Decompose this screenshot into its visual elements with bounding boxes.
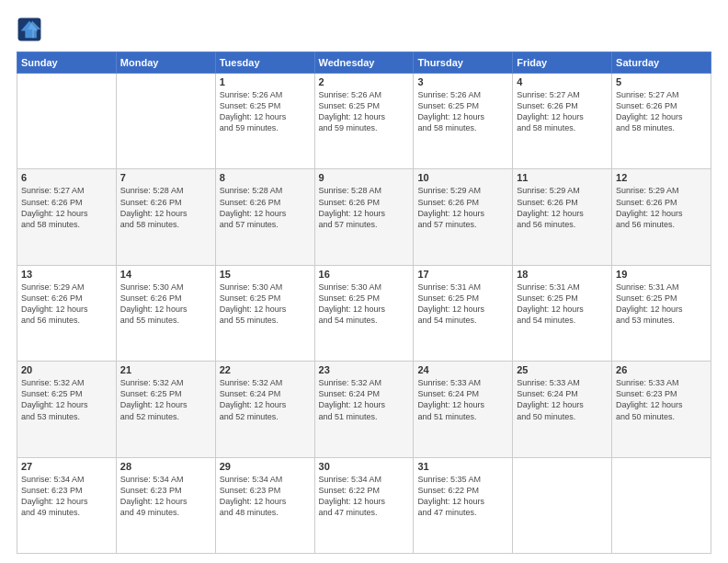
day-number: 7 bbox=[120, 172, 211, 183]
day-header: Wednesday bbox=[314, 52, 414, 74]
calendar-cell bbox=[612, 457, 711, 553]
day-number: 11 bbox=[517, 172, 608, 183]
calendar-cell: 30Sunrise: 5:34 AM Sunset: 6:22 PM Dayli… bbox=[314, 457, 414, 553]
day-header: Friday bbox=[513, 52, 612, 74]
calendar-week-row: 13Sunrise: 5:29 AM Sunset: 6:26 PM Dayli… bbox=[17, 265, 711, 361]
page: SundayMondayTuesdayWednesdayThursdayFrid… bbox=[0, 0, 728, 563]
calendar-header-row: SundayMondayTuesdayWednesdayThursdayFrid… bbox=[17, 52, 711, 74]
day-number: 24 bbox=[417, 364, 508, 375]
day-number: 25 bbox=[517, 364, 608, 375]
day-number: 28 bbox=[120, 461, 211, 472]
calendar-cell: 6Sunrise: 5:27 AM Sunset: 6:26 PM Daylig… bbox=[17, 169, 117, 265]
day-detail: Sunrise: 5:33 AM Sunset: 6:24 PM Dayligh… bbox=[517, 377, 608, 422]
day-detail: Sunrise: 5:27 AM Sunset: 6:26 PM Dayligh… bbox=[616, 89, 707, 134]
day-detail: Sunrise: 5:31 AM Sunset: 6:25 PM Dayligh… bbox=[616, 282, 707, 327]
day-detail: Sunrise: 5:31 AM Sunset: 6:25 PM Dayligh… bbox=[517, 282, 608, 327]
day-detail: Sunrise: 5:34 AM Sunset: 6:23 PM Dayligh… bbox=[21, 474, 112, 519]
calendar-cell: 11Sunrise: 5:29 AM Sunset: 6:26 PM Dayli… bbox=[513, 169, 612, 265]
day-number: 12 bbox=[616, 172, 707, 183]
day-number: 29 bbox=[220, 461, 311, 472]
calendar-cell: 29Sunrise: 5:34 AM Sunset: 6:23 PM Dayli… bbox=[215, 457, 314, 553]
day-detail: Sunrise: 5:29 AM Sunset: 6:26 PM Dayligh… bbox=[517, 185, 608, 230]
calendar-cell: 15Sunrise: 5:30 AM Sunset: 6:25 PM Dayli… bbox=[215, 265, 314, 361]
logo-icon bbox=[17, 17, 42, 42]
calendar-cell: 7Sunrise: 5:28 AM Sunset: 6:26 PM Daylig… bbox=[116, 169, 215, 265]
calendar-cell: 28Sunrise: 5:34 AM Sunset: 6:23 PM Dayli… bbox=[116, 457, 215, 553]
day-detail: Sunrise: 5:29 AM Sunset: 6:26 PM Dayligh… bbox=[616, 185, 707, 230]
calendar-cell: 12Sunrise: 5:29 AM Sunset: 6:26 PM Dayli… bbox=[612, 169, 711, 265]
logo bbox=[17, 17, 46, 42]
day-detail: Sunrise: 5:29 AM Sunset: 6:26 PM Dayligh… bbox=[417, 185, 508, 230]
calendar-cell: 10Sunrise: 5:29 AM Sunset: 6:26 PM Dayli… bbox=[414, 169, 513, 265]
calendar-cell: 26Sunrise: 5:33 AM Sunset: 6:23 PM Dayli… bbox=[612, 362, 711, 457]
day-detail: Sunrise: 5:30 AM Sunset: 6:25 PM Dayligh… bbox=[220, 282, 311, 327]
day-detail: Sunrise: 5:27 AM Sunset: 6:26 PM Dayligh… bbox=[517, 89, 608, 134]
calendar-cell bbox=[116, 74, 215, 169]
day-detail: Sunrise: 5:34 AM Sunset: 6:23 PM Dayligh… bbox=[220, 474, 311, 519]
calendar-cell: 17Sunrise: 5:31 AM Sunset: 6:25 PM Dayli… bbox=[414, 265, 513, 361]
calendar-cell: 25Sunrise: 5:33 AM Sunset: 6:24 PM Dayli… bbox=[513, 362, 612, 457]
day-detail: Sunrise: 5:30 AM Sunset: 6:26 PM Dayligh… bbox=[120, 282, 211, 327]
day-number: 1 bbox=[220, 76, 311, 87]
day-number: 23 bbox=[319, 364, 410, 375]
day-detail: Sunrise: 5:28 AM Sunset: 6:26 PM Dayligh… bbox=[120, 185, 211, 230]
calendar-cell: 3Sunrise: 5:26 AM Sunset: 6:25 PM Daylig… bbox=[414, 74, 513, 169]
day-detail: Sunrise: 5:30 AM Sunset: 6:25 PM Dayligh… bbox=[319, 282, 410, 327]
calendar-cell: 19Sunrise: 5:31 AM Sunset: 6:25 PM Dayli… bbox=[612, 265, 711, 361]
calendar-cell: 21Sunrise: 5:32 AM Sunset: 6:25 PM Dayli… bbox=[116, 362, 215, 457]
day-number: 13 bbox=[21, 269, 112, 280]
day-number: 10 bbox=[417, 172, 508, 183]
calendar-cell: 20Sunrise: 5:32 AM Sunset: 6:25 PM Dayli… bbox=[17, 362, 117, 457]
day-number: 31 bbox=[417, 461, 508, 472]
day-number: 6 bbox=[21, 172, 112, 183]
day-header: Tuesday bbox=[215, 52, 314, 74]
day-number: 27 bbox=[21, 461, 112, 472]
day-detail: Sunrise: 5:35 AM Sunset: 6:22 PM Dayligh… bbox=[417, 474, 508, 519]
day-detail: Sunrise: 5:32 AM Sunset: 6:25 PM Dayligh… bbox=[120, 377, 211, 422]
calendar-week-row: 20Sunrise: 5:32 AM Sunset: 6:25 PM Dayli… bbox=[17, 362, 711, 457]
calendar-cell bbox=[17, 74, 117, 169]
calendar-week-row: 6Sunrise: 5:27 AM Sunset: 6:26 PM Daylig… bbox=[17, 169, 711, 265]
calendar-table: SundayMondayTuesdayWednesdayThursdayFrid… bbox=[17, 52, 711, 554]
day-header: Saturday bbox=[612, 52, 711, 74]
day-number: 15 bbox=[220, 269, 311, 280]
day-number: 8 bbox=[220, 172, 311, 183]
calendar-cell: 27Sunrise: 5:34 AM Sunset: 6:23 PM Dayli… bbox=[17, 457, 117, 553]
calendar-cell: 9Sunrise: 5:28 AM Sunset: 6:26 PM Daylig… bbox=[314, 169, 414, 265]
day-number: 17 bbox=[417, 269, 508, 280]
calendar-cell: 8Sunrise: 5:28 AM Sunset: 6:26 PM Daylig… bbox=[215, 169, 314, 265]
calendar-cell: 14Sunrise: 5:30 AM Sunset: 6:26 PM Dayli… bbox=[116, 265, 215, 361]
day-detail: Sunrise: 5:28 AM Sunset: 6:26 PM Dayligh… bbox=[220, 185, 311, 230]
day-number: 18 bbox=[517, 269, 608, 280]
day-detail: Sunrise: 5:27 AM Sunset: 6:26 PM Dayligh… bbox=[21, 185, 112, 230]
day-detail: Sunrise: 5:31 AM Sunset: 6:25 PM Dayligh… bbox=[417, 282, 508, 327]
calendar-cell: 24Sunrise: 5:33 AM Sunset: 6:24 PM Dayli… bbox=[414, 362, 513, 457]
day-number: 30 bbox=[319, 461, 410, 472]
day-detail: Sunrise: 5:29 AM Sunset: 6:26 PM Dayligh… bbox=[21, 282, 112, 327]
calendar-week-row: 27Sunrise: 5:34 AM Sunset: 6:23 PM Dayli… bbox=[17, 457, 711, 553]
day-detail: Sunrise: 5:32 AM Sunset: 6:24 PM Dayligh… bbox=[220, 377, 311, 422]
day-number: 3 bbox=[417, 76, 508, 87]
day-header: Monday bbox=[116, 52, 215, 74]
calendar-cell: 18Sunrise: 5:31 AM Sunset: 6:25 PM Dayli… bbox=[513, 265, 612, 361]
day-detail: Sunrise: 5:33 AM Sunset: 6:23 PM Dayligh… bbox=[616, 377, 707, 422]
day-detail: Sunrise: 5:34 AM Sunset: 6:23 PM Dayligh… bbox=[120, 474, 211, 519]
day-number: 19 bbox=[616, 269, 707, 280]
day-detail: Sunrise: 5:26 AM Sunset: 6:25 PM Dayligh… bbox=[220, 89, 311, 134]
calendar-cell: 16Sunrise: 5:30 AM Sunset: 6:25 PM Dayli… bbox=[314, 265, 414, 361]
day-detail: Sunrise: 5:28 AM Sunset: 6:26 PM Dayligh… bbox=[319, 185, 410, 230]
day-number: 20 bbox=[21, 364, 112, 375]
calendar-cell: 5Sunrise: 5:27 AM Sunset: 6:26 PM Daylig… bbox=[612, 74, 711, 169]
day-number: 14 bbox=[120, 269, 211, 280]
day-header: Thursday bbox=[414, 52, 513, 74]
calendar-cell: 13Sunrise: 5:29 AM Sunset: 6:26 PM Dayli… bbox=[17, 265, 117, 361]
day-number: 9 bbox=[319, 172, 410, 183]
day-number: 16 bbox=[319, 269, 410, 280]
calendar-cell: 1Sunrise: 5:26 AM Sunset: 6:25 PM Daylig… bbox=[215, 74, 314, 169]
day-detail: Sunrise: 5:32 AM Sunset: 6:25 PM Dayligh… bbox=[21, 377, 112, 422]
day-detail: Sunrise: 5:32 AM Sunset: 6:24 PM Dayligh… bbox=[319, 377, 410, 422]
day-number: 22 bbox=[220, 364, 311, 375]
calendar-cell: 31Sunrise: 5:35 AM Sunset: 6:22 PM Dayli… bbox=[414, 457, 513, 553]
header bbox=[17, 17, 711, 42]
day-number: 26 bbox=[616, 364, 707, 375]
